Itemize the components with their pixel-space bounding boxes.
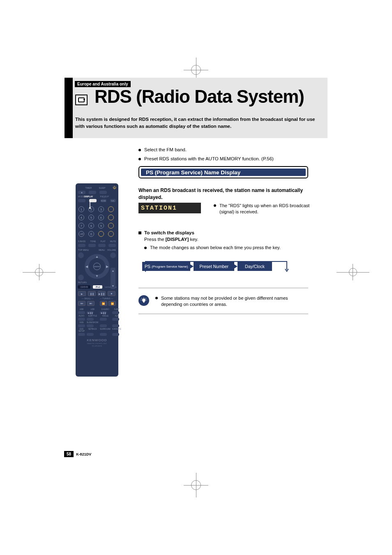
remote-brand: KENWOOD bbox=[78, 338, 116, 342]
tip-text: Some stations may not be provided or be … bbox=[155, 295, 310, 308]
next-button: ⏭ bbox=[87, 301, 95, 306]
num-8-button: 8 bbox=[88, 223, 94, 229]
pause-button: ❚❚ bbox=[88, 291, 96, 296]
section-heading-bar: PS (Program Service) Name Display bbox=[138, 166, 308, 178]
svg-rect-4 bbox=[143, 301, 145, 303]
mode-button bbox=[78, 199, 85, 202]
rew-button: ⏪ bbox=[100, 301, 107, 306]
timer-button bbox=[89, 191, 96, 194]
menu-button bbox=[110, 252, 116, 258]
dpad: ENTER ▲ ▼ ◀ ▶ bbox=[85, 254, 109, 279]
mute-button bbox=[108, 244, 116, 247]
divider bbox=[138, 288, 308, 288]
return-button bbox=[78, 275, 84, 280]
remote-control-illustration: TIMER SLEEP ⏻ ▲ MODE DISPLAY P.EQ/D.P EX… bbox=[76, 183, 118, 377]
flow-arrow-icon bbox=[190, 262, 194, 271]
intro-text: This system is designed for RDS receptio… bbox=[75, 116, 320, 130]
radio-icon bbox=[75, 95, 88, 105]
svg-point-9 bbox=[146, 300, 147, 301]
mode-note: The mode changes as shown below each tim… bbox=[150, 245, 281, 250]
divider bbox=[138, 314, 308, 314]
svg-marker-1 bbox=[190, 264, 194, 268]
svg-point-7 bbox=[143, 297, 144, 298]
repeat-button bbox=[108, 215, 114, 220]
switch-displays-block: To switch the displays Press the [DISPLA… bbox=[138, 230, 310, 250]
svg-point-3 bbox=[142, 298, 145, 302]
eject-button: ▲ bbox=[78, 191, 85, 194]
tone-button bbox=[88, 244, 96, 247]
num-6-button: 6 bbox=[98, 215, 104, 220]
page-number: 58 bbox=[64, 451, 74, 457]
topmenu-button bbox=[78, 252, 84, 258]
rds-note: The "RDS" lights up when an RDS broadcas… bbox=[214, 203, 310, 215]
registration-mark-bottom bbox=[184, 473, 208, 497]
model-number: K-821DV bbox=[76, 452, 91, 456]
flow-preset-box: Preset Number bbox=[194, 262, 234, 271]
flow-ps-box: PS (Program Service Name) bbox=[142, 262, 190, 271]
playpause-button: ▶❚❚ bbox=[98, 291, 106, 296]
fwd-button: ⏩ bbox=[108, 301, 116, 306]
tip-lightbulb-icon bbox=[138, 295, 149, 306]
num-7-button: 7 bbox=[78, 223, 84, 229]
svg-point-5 bbox=[141, 298, 142, 299]
flat-button bbox=[98, 244, 106, 247]
num-9-button: 9 bbox=[98, 223, 104, 229]
page-title: RDS (Radio Data System) bbox=[95, 86, 304, 107]
section-heading: PS (Program Service) Name Display bbox=[141, 169, 306, 176]
clear-button bbox=[98, 231, 104, 237]
stop-button: ■ bbox=[108, 291, 115, 296]
switch-heading: To switch the displays bbox=[144, 230, 194, 235]
num-3-button: 3 bbox=[98, 206, 104, 212]
prev-button: ⏮ bbox=[78, 301, 85, 306]
header-tab bbox=[65, 78, 73, 138]
section-intro: When an RDS broadcast is received, the s… bbox=[138, 187, 310, 201]
nb-button: N.B. bbox=[110, 199, 116, 202]
play-button: ▶ bbox=[78, 291, 86, 296]
num-0-button: 0 bbox=[88, 231, 94, 237]
svg-point-6 bbox=[145, 298, 146, 299]
sbass-button bbox=[78, 244, 85, 247]
flow-day-box: Day/Clock bbox=[238, 262, 272, 271]
bullet-text: Select the FM band. bbox=[144, 147, 187, 152]
page-footer: 58 K-821DV bbox=[64, 451, 91, 457]
exbass-button: EX.BS bbox=[101, 199, 106, 202]
power-icon: ⏻ bbox=[113, 186, 116, 190]
flow-arrow-icon bbox=[234, 262, 238, 271]
svg-point-10 bbox=[89, 207, 91, 209]
sleep-button bbox=[99, 191, 107, 194]
blank-button bbox=[108, 223, 114, 229]
volume-rocker: ▲▼ bbox=[111, 268, 115, 289]
prerequisite-bullets: Select the FM band. Preset RDS stations … bbox=[138, 147, 274, 165]
display-mode-flow: PS (Program Service Name) Preset Number … bbox=[142, 262, 272, 271]
bullet-text: Preset RDS stations with the AUTO MEMORY… bbox=[144, 156, 274, 161]
callout-line bbox=[88, 201, 92, 209]
num-5-button: 5 bbox=[88, 215, 94, 220]
lcd-display: STATION1 bbox=[138, 203, 201, 213]
svg-marker-2 bbox=[234, 264, 238, 268]
svg-point-8 bbox=[141, 300, 142, 301]
num-4-button: 4 bbox=[78, 215, 84, 220]
plus10-button: +10 bbox=[78, 231, 84, 237]
random-button bbox=[108, 231, 114, 237]
num-1-button: 1 bbox=[78, 206, 84, 212]
shuffle-button bbox=[108, 206, 114, 212]
